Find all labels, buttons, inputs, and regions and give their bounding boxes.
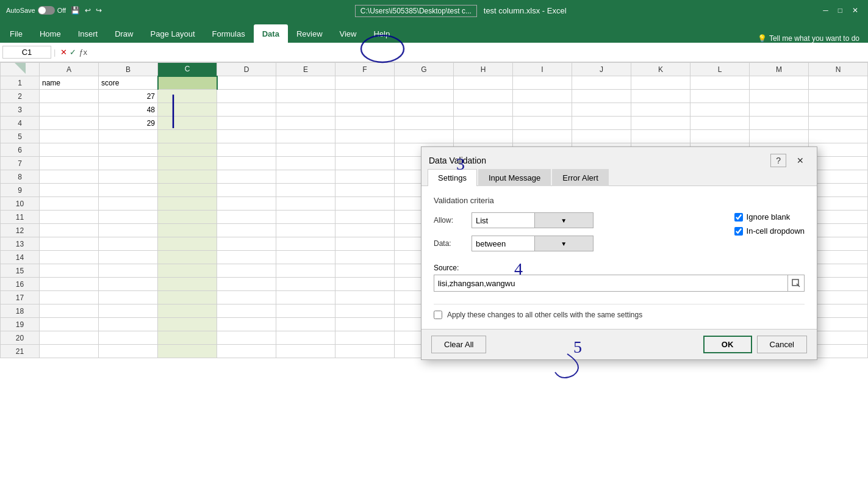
cell-l3[interactable] [690, 103, 750, 117]
cell-n5[interactable] [809, 130, 868, 143]
cell-d18[interactable] [217, 304, 276, 318]
cell-c17[interactable] [158, 291, 217, 304]
cell-d19[interactable] [217, 318, 276, 331]
col-header-f[interactable]: F [335, 63, 395, 76]
col-header-e[interactable]: E [276, 63, 335, 76]
cell-m4[interactable] [750, 117, 809, 130]
cell-c11[interactable] [158, 211, 217, 224]
cell-e19[interactable] [276, 318, 335, 331]
cell-l5[interactable] [690, 130, 750, 143]
cell-a7[interactable] [40, 157, 99, 170]
cell-b6[interactable] [99, 143, 158, 157]
cell-n2[interactable] [809, 90, 868, 103]
cell-g5[interactable] [395, 130, 454, 143]
tab-help[interactable]: Help [365, 24, 398, 43]
cell-a8[interactable] [40, 170, 99, 184]
cell-e13[interactable] [276, 237, 335, 251]
cell-e6[interactable] [276, 143, 335, 157]
tell-me-label[interactable]: Tell me what you want to do [769, 34, 859, 43]
cell-b15[interactable] [99, 264, 158, 278]
cell-a2[interactable] [40, 90, 99, 103]
cell-n16[interactable] [809, 278, 868, 291]
cell-c15[interactable] [158, 264, 217, 278]
cell-g2[interactable] [395, 90, 454, 103]
cell-b14[interactable] [99, 251, 158, 264]
cell-a3[interactable] [40, 103, 99, 117]
cell-e16[interactable] [276, 278, 335, 291]
cell-c18[interactable] [158, 304, 217, 318]
cell-i3[interactable] [513, 103, 572, 117]
col-header-g[interactable]: G [395, 63, 454, 76]
cell-e7[interactable] [276, 157, 335, 170]
cell-n18[interactable] [809, 304, 868, 318]
cell-j5[interactable] [572, 130, 631, 143]
cell-b19[interactable] [99, 318, 158, 331]
cell-e3[interactable] [276, 103, 335, 117]
col-header-k[interactable]: K [631, 63, 690, 76]
cell-e15[interactable] [276, 264, 335, 278]
col-header-l[interactable]: L [690, 63, 750, 76]
insert-function-icon[interactable]: ƒx [79, 48, 87, 57]
cell-a20[interactable] [40, 331, 99, 345]
cell-n13[interactable] [809, 237, 868, 251]
cell-g3[interactable] [395, 103, 454, 117]
cell-f12[interactable] [335, 224, 395, 237]
minimize-icon[interactable]: ─ [819, 6, 832, 15]
cell-a17[interactable] [40, 291, 99, 304]
cell-d21[interactable] [217, 345, 276, 358]
cell-c20[interactable] [158, 331, 217, 345]
cell-n17[interactable] [809, 291, 868, 304]
cell-h5[interactable] [454, 130, 513, 143]
cell-d3[interactable] [217, 103, 276, 117]
allow-dropdown[interactable]: List ▼ [472, 212, 594, 228]
data-dropdown[interactable]: between ▼ [472, 236, 594, 251]
cell-i1[interactable] [513, 76, 572, 90]
cell-k4[interactable] [631, 117, 690, 130]
cell-k3[interactable] [631, 103, 690, 117]
formula-input[interactable] [92, 46, 866, 58]
cell-f13[interactable] [335, 237, 395, 251]
filepath-bar[interactable]: C:\Users\i505385\Desktop\test c... [355, 5, 477, 17]
cell-n11[interactable] [809, 211, 868, 224]
cell-a14[interactable] [40, 251, 99, 264]
cell-f16[interactable] [335, 278, 395, 291]
cell-d7[interactable] [217, 157, 276, 170]
cell-f3[interactable] [335, 103, 395, 117]
cell-b8[interactable] [99, 170, 158, 184]
cell-a6[interactable] [40, 143, 99, 157]
cell-b1[interactable]: score [99, 76, 158, 90]
cell-e21[interactable] [276, 345, 335, 358]
cell-c21[interactable] [158, 345, 217, 358]
cell-n20[interactable] [809, 331, 868, 345]
cell-d15[interactable] [217, 264, 276, 278]
cell-a19[interactable] [40, 318, 99, 331]
cell-d20[interactable] [217, 331, 276, 345]
cell-c1[interactable] [158, 76, 217, 90]
cell-m1[interactable] [750, 76, 809, 90]
cell-name-box[interactable] [2, 46, 51, 59]
col-header-b[interactable]: B [99, 63, 158, 76]
tab-file[interactable]: File [1, 24, 31, 43]
cell-j3[interactable] [572, 103, 631, 117]
cell-b17[interactable] [99, 291, 158, 304]
cell-m3[interactable] [750, 103, 809, 117]
col-header-j[interactable]: J [572, 63, 631, 76]
data-dropdown-arrow[interactable]: ▼ [534, 236, 594, 251]
cell-m5[interactable] [750, 130, 809, 143]
cell-e2[interactable] [276, 90, 335, 103]
cell-f1[interactable] [335, 76, 395, 90]
cell-d9[interactable] [217, 184, 276, 197]
cell-d16[interactable] [217, 278, 276, 291]
cell-b2[interactable]: 27 [99, 90, 158, 103]
cell-i2[interactable] [513, 90, 572, 103]
cell-f11[interactable] [335, 211, 395, 224]
cell-f20[interactable] [335, 331, 395, 345]
cell-l4[interactable] [690, 117, 750, 130]
cell-a10[interactable] [40, 197, 99, 211]
cell-b13[interactable] [99, 237, 158, 251]
cell-b4[interactable]: 29 [99, 117, 158, 130]
col-header-m[interactable]: M [750, 63, 809, 76]
cell-e20[interactable] [276, 331, 335, 345]
cell-c8[interactable] [158, 170, 217, 184]
dialog-tab-input-message[interactable]: Input Message [478, 169, 551, 186]
